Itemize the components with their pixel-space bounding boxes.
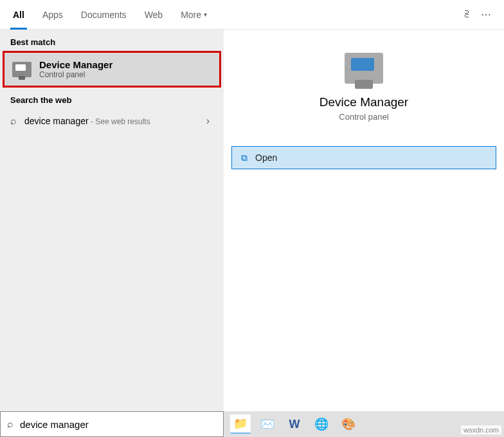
search-bar[interactable]: ⌕ xyxy=(0,411,224,437)
tab-documents[interactable]: Documents xyxy=(72,0,136,30)
taskbar-mail[interactable]: ✉️ xyxy=(257,414,278,434)
taskbar-word[interactable]: W xyxy=(284,414,305,434)
open-icon: ⧉ xyxy=(241,153,248,163)
search-icon: ⌕ xyxy=(7,418,14,430)
search-icon: ⌕ xyxy=(10,115,17,127)
best-match-result[interactable]: Device Manager Control panel xyxy=(3,51,221,88)
device-manager-large-icon xyxy=(345,53,383,84)
taskbar-chrome[interactable]: 🌐 xyxy=(311,414,332,434)
tab-all[interactable]: All xyxy=(4,0,33,30)
taskbar-paint[interactable]: 🎨 xyxy=(338,414,359,434)
taskbar-file-explorer[interactable]: 📁 xyxy=(230,414,251,434)
preview-subtitle: Control panel xyxy=(339,112,388,122)
watermark: wsxdn.com xyxy=(461,425,501,434)
tab-web[interactable]: Web xyxy=(136,0,172,30)
best-match-label: Best match xyxy=(0,30,224,51)
top-right-actions: ⫔ ⋯ xyxy=(464,8,500,21)
preview-hero: Device Manager Control panel xyxy=(224,30,504,122)
open-button[interactable]: ⧉ Open xyxy=(231,146,496,169)
preview-panel: Device Manager Control panel ⧉ Open xyxy=(224,30,504,411)
search-input[interactable] xyxy=(20,419,217,430)
open-label: Open xyxy=(255,153,277,163)
web-suffix: - See web results xyxy=(89,117,150,126)
tab-more[interactable]: More xyxy=(172,0,216,30)
preview-title: Device Manager xyxy=(320,95,408,109)
chevron-right-icon: › xyxy=(206,115,213,127)
results-panel: Best match Device Manager Control panel … xyxy=(0,30,224,411)
feedback-icon[interactable]: ⫔ xyxy=(464,8,469,21)
filter-tabs: All Apps Documents Web More ⫔ ⋯ xyxy=(0,0,504,30)
web-query-text: device manager xyxy=(24,116,89,126)
search-web-label: Search the web xyxy=(0,88,224,109)
web-result-row[interactable]: ⌕ device manager - See web results › xyxy=(0,109,224,133)
best-match-subtitle: Control panel xyxy=(39,70,113,79)
overflow-icon[interactable]: ⋯ xyxy=(481,8,491,21)
tab-apps[interactable]: Apps xyxy=(33,0,72,30)
best-match-title: Device Manager xyxy=(39,59,113,70)
device-manager-icon xyxy=(12,62,32,77)
main-area: Best match Device Manager Control panel … xyxy=(0,30,504,411)
